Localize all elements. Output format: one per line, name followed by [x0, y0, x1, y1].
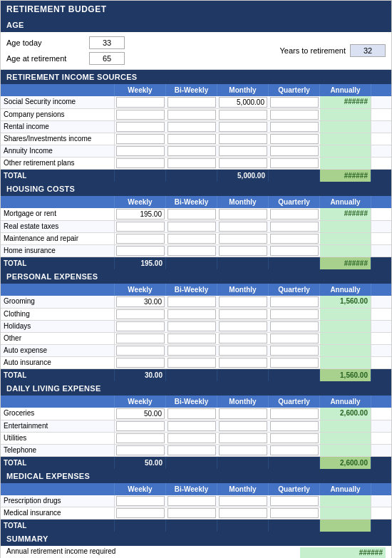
personal-monthly-3[interactable] [219, 334, 267, 343]
income-quarterly-0[interactable] [270, 97, 319, 108]
daily-quarterly-0[interactable] [270, 408, 319, 419]
daily-monthly-1[interactable] [219, 421, 267, 431]
personal-biweekly-1[interactable] [167, 309, 216, 319]
income-monthly-3[interactable] [219, 134, 267, 144]
housing-monthly-3[interactable] [219, 246, 267, 256]
personal-monthly-0[interactable] [219, 296, 267, 307]
personal-weekly-0[interactable]: 30.00 [116, 296, 165, 307]
personal-quarterly-1[interactable] [270, 309, 319, 319]
medical-quarterly-1[interactable] [270, 508, 319, 518]
income-monthly-2[interactable] [219, 122, 267, 132]
income-biweekly-5[interactable] [167, 158, 216, 168]
income-weekly-3[interactable] [116, 134, 165, 144]
income-quarterly-4[interactable] [270, 146, 319, 156]
income-quarterly-2[interactable] [270, 122, 319, 132]
personal-monthly-5[interactable] [219, 358, 267, 368]
income-monthly-5[interactable] [219, 158, 267, 168]
medical-monthly-0[interactable] [219, 496, 267, 506]
years-to-retirement-input[interactable] [350, 44, 386, 57]
medical-biweekly-0[interactable] [167, 496, 216, 506]
housing-quarterly-1[interactable] [270, 222, 319, 232]
personal-quarterly-4[interactable] [270, 346, 319, 356]
daily-monthly-0[interactable] [219, 408, 267, 419]
medical-quarterly-0[interactable] [270, 496, 319, 506]
income-biweekly-2[interactable] [167, 122, 216, 132]
age-retirement-input[interactable] [89, 52, 125, 65]
daily-weekly-2[interactable] [116, 433, 165, 443]
housing-biweekly-0[interactable] [167, 209, 216, 219]
housing-weekly-2[interactable] [116, 234, 165, 244]
personal-biweekly-0[interactable] [167, 296, 216, 307]
daily-biweekly-3[interactable] [167, 445, 216, 455]
medical-weekly-1[interactable] [116, 508, 165, 518]
income-biweekly-1[interactable] [167, 110, 216, 120]
personal-weekly-4[interactable] [116, 346, 165, 356]
personal-weekly-5[interactable] [116, 358, 165, 368]
daily-quarterly-1[interactable] [270, 421, 319, 431]
summary-section: Annual retirement income required ######… [1, 546, 391, 558]
personal-weekly-2[interactable] [116, 321, 165, 331]
housing-monthly-2[interactable] [219, 234, 267, 244]
daily-biweekly-0[interactable] [167, 408, 216, 419]
housing-total-annually: ###### [320, 257, 371, 269]
housing-biweekly-2[interactable] [167, 234, 216, 244]
daily-monthly-2[interactable] [219, 433, 267, 443]
personal-biweekly-5[interactable] [167, 358, 216, 368]
daily-quarterly-2[interactable] [270, 433, 319, 443]
income-monthly-4[interactable] [219, 146, 267, 156]
personal-ch-2: Bi-Weekly [166, 284, 217, 296]
medical-monthly-1[interactable] [219, 508, 267, 518]
daily-weekly-0[interactable]: 50.00 [116, 408, 165, 419]
personal-monthly-4[interactable] [219, 346, 267, 356]
income-biweekly-0[interactable] [167, 97, 216, 108]
housing-quarterly-0[interactable] [270, 209, 319, 219]
income-weekly-4[interactable] [116, 146, 165, 156]
personal-monthly-1[interactable] [219, 309, 267, 319]
housing-quarterly-3[interactable] [270, 246, 319, 256]
income-biweekly-3[interactable] [167, 134, 216, 144]
income-weekly-1[interactable] [116, 110, 165, 120]
housing-weekly-1[interactable] [116, 222, 165, 232]
personal-biweekly-3[interactable] [167, 334, 216, 343]
medical-biweekly-1[interactable] [167, 508, 216, 518]
housing-monthly-1[interactable] [219, 222, 267, 232]
daily-quarterly-3[interactable] [270, 445, 319, 455]
income-quarterly-1[interactable] [270, 110, 319, 120]
housing-monthly-0[interactable] [219, 209, 267, 219]
medical-total-annually [320, 520, 371, 532]
personal-biweekly-4[interactable] [167, 346, 216, 356]
housing-biweekly-3[interactable] [167, 246, 216, 256]
personal-total-annually: 1,560.00 [320, 369, 371, 381]
personal-quarterly-5[interactable] [270, 358, 319, 368]
income-monthly-1[interactable] [219, 110, 267, 120]
daily-weekly-1[interactable] [116, 421, 165, 431]
income-weekly-0[interactable] [116, 97, 165, 108]
housing-ch-4: Quarterly [269, 196, 320, 208]
personal-weekly-1[interactable] [116, 309, 165, 319]
income-quarterly-5[interactable] [270, 158, 319, 168]
personal-biweekly-2[interactable] [167, 321, 216, 331]
daily-monthly-3[interactable] [219, 445, 267, 455]
personal-monthly-2[interactable] [219, 321, 267, 331]
personal-ch-0 [1, 284, 115, 296]
housing-weekly-3[interactable] [116, 246, 165, 256]
personal-quarterly-0[interactable] [270, 296, 319, 307]
daily-weekly-3[interactable] [116, 445, 165, 455]
daily-biweekly-1[interactable] [167, 421, 216, 431]
income-total-monthly: 5,000.00 [217, 170, 269, 182]
income-weekly-2[interactable] [116, 122, 165, 132]
housing-quarterly-2[interactable] [270, 234, 319, 244]
income-biweekly-4[interactable] [167, 146, 216, 156]
personal-weekly-3[interactable] [116, 334, 165, 343]
income-monthly-0[interactable]: 5,000.00 [219, 97, 267, 108]
personal-quarterly-2[interactable] [270, 321, 319, 331]
income-weekly-5[interactable] [116, 158, 165, 168]
income-quarterly-3[interactable] [270, 134, 319, 144]
daily-ch-1: Weekly [115, 396, 166, 408]
housing-weekly-0[interactable]: 195.00 [116, 209, 165, 219]
personal-quarterly-3[interactable] [270, 334, 319, 343]
medical-weekly-0[interactable] [116, 496, 165, 506]
housing-biweekly-1[interactable] [167, 222, 216, 232]
age-today-input[interactable] [89, 36, 125, 49]
daily-biweekly-2[interactable] [167, 433, 216, 443]
